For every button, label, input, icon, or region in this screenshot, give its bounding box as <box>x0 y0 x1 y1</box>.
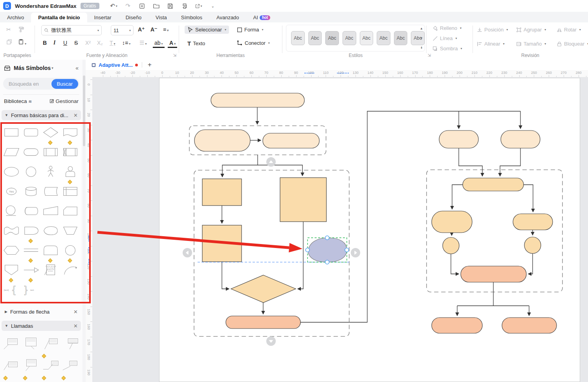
right-top-1[interactable] <box>439 130 478 148</box>
new-document-icon[interactable] <box>139 2 146 9</box>
connector-line[interactable] <box>222 262 229 289</box>
open-folder-icon[interactable] <box>153 2 160 9</box>
circle-shape-icon[interactable] <box>21 162 41 182</box>
right-top-2[interactable] <box>501 130 540 148</box>
menu-tab-avanzado[interactable]: Avanzado <box>209 13 246 22</box>
format-painter-icon[interactable] <box>16 26 26 35</box>
ellipse-shape-icon[interactable] <box>2 162 21 182</box>
right-brace-shape-icon[interactable]: }text <box>21 280 41 299</box>
connector-line[interactable] <box>500 148 520 176</box>
arch-rectangle-shape-icon[interactable] <box>41 241 60 260</box>
end-terminator-left[interactable] <box>226 316 300 329</box>
clipped-card-shape-icon[interactable] <box>60 201 80 221</box>
paste-icon[interactable]: ▾ <box>16 38 28 47</box>
lock-button[interactable]: Bloquear▾ <box>554 40 588 48</box>
decision-diamond[interactable] <box>231 275 296 303</box>
underline-icon[interactable]: U <box>62 39 69 47</box>
collate-process-shape-icon[interactable] <box>60 142 80 162</box>
right-circle-1[interactable] <box>443 237 459 254</box>
section-callouts[interactable]: ▼Llamadas✕ <box>2 321 81 331</box>
right-join[interactable] <box>461 266 526 282</box>
print-icon[interactable] <box>181 2 188 9</box>
document-tab[interactable]: Adaptive Att... <box>86 60 142 70</box>
font-dialog-launcher-icon[interactable]: ⇲ <box>173 53 176 57</box>
style-scroll-down-icon[interactable]: ▼ <box>420 37 423 40</box>
connector-line[interactable] <box>459 148 482 176</box>
preparation-hexagon-shape-icon[interactable] <box>2 241 21 260</box>
predefined-process-shape-icon[interactable] <box>41 142 60 162</box>
right-bottom-2[interactable] <box>502 318 557 333</box>
right-merge[interactable] <box>463 178 524 191</box>
subscript-icon[interactable]: X₂ <box>95 39 104 47</box>
style-gallery-scroll[interactable]: ▲ ▼ ⇟ <box>420 27 423 50</box>
rotate-button[interactable]: Rotar▾ <box>554 26 584 34</box>
font-color-icon[interactable]: A▾ <box>168 39 177 48</box>
sidebar-scrollbar[interactable] <box>82 60 86 382</box>
font-family-combo[interactable]: 微软雅黑▾ <box>41 25 102 35</box>
internal-storage-shape-icon[interactable] <box>60 182 80 201</box>
callout-line-rise-icon[interactable] <box>60 356 80 375</box>
bullet-list-icon[interactable]: ☰▾ <box>138 39 148 47</box>
parallelogram-shape-icon[interactable] <box>2 142 21 162</box>
flowchart-diagram[interactable] <box>92 77 588 382</box>
connector-line[interactable] <box>222 155 258 177</box>
selection-handle[interactable] <box>345 248 349 252</box>
library-label[interactable]: Biblioteca <box>4 98 27 104</box>
menu-tab-diseño[interactable]: Diseño <box>119 13 148 22</box>
inverted-trapezoid-shape-icon[interactable] <box>60 221 80 241</box>
style-preset-6[interactable]: Abc <box>377 31 390 45</box>
callout-text-big-icon[interactable] <box>21 356 41 375</box>
italic-icon[interactable]: I <box>52 39 57 47</box>
decrease-font-icon[interactable]: A⁻ <box>149 26 159 33</box>
fill-button[interactable]: Relleno▾ <box>430 24 464 32</box>
loop-limit-circle-shape-icon[interactable] <box>2 201 21 221</box>
collapse-panel-icon[interactable]: « <box>75 65 79 71</box>
menu-tab-ai[interactable]: AIhot <box>246 13 278 22</box>
rounded-rectangle-shape-icon[interactable] <box>21 123 41 142</box>
bold-icon[interactable]: B <box>41 39 48 47</box>
double-line-shape-icon[interactable] <box>21 241 41 260</box>
line-button[interactable]: Línea▾ <box>430 34 460 42</box>
callout-text-left-icon[interactable] <box>2 356 21 375</box>
text-align-icon[interactable]: ≡▾ <box>161 26 170 33</box>
export-icon[interactable]: ▾ <box>195 2 202 9</box>
phase-left[interactable] <box>194 130 250 151</box>
toolbar-options-icon[interactable]: ⌄ <box>209 2 216 9</box>
direct-data-shape-icon[interactable] <box>21 201 41 221</box>
section-basic-shapes[interactable]: ▼Formas básicas para di...✕ <box>2 110 81 120</box>
display-shape-icon[interactable] <box>41 221 60 241</box>
position-button[interactable]: Posición▾ <box>474 26 511 34</box>
stadium-shape-icon[interactable] <box>21 142 41 162</box>
menu-tab-vista[interactable]: Vista <box>148 13 174 22</box>
connector-line[interactable] <box>451 254 459 274</box>
copy-icon[interactable] <box>5 38 14 47</box>
right-mid-1[interactable] <box>432 211 472 233</box>
left-brace-shape-icon[interactable]: [text]{ <box>2 280 21 299</box>
style-preset-5[interactable]: Abc <box>360 31 374 45</box>
connector-tool-button[interactable]: Conector▾ <box>234 39 273 47</box>
increase-font-icon[interactable]: A⁺ <box>136 26 147 33</box>
right-mid-2[interactable] <box>513 214 553 230</box>
selected-egg-shape[interactable] <box>308 238 347 262</box>
text-block-shape-icon[interactable]: Drag the side handles to change the widt… <box>41 260 60 280</box>
redo-icon[interactable]: ↷ <box>125 2 132 9</box>
database-cylinder-shape-icon[interactable] <box>21 182 41 201</box>
drawing-canvas[interactable] <box>92 77 588 382</box>
style-preset-1[interactable]: Abc <box>291 31 305 45</box>
connector-line[interactable] <box>528 253 533 274</box>
font-size-combo[interactable]: 11▾ <box>111 25 134 35</box>
start-terminator[interactable] <box>211 93 304 107</box>
menu-tab-insertar[interactable]: Insertar <box>87 13 119 22</box>
group-button[interactable]: Agrupar▾ <box>513 26 549 34</box>
style-preset-7[interactable]: Abc <box>394 31 408 45</box>
diamond-shape-icon[interactable] <box>41 123 60 142</box>
connector-line[interactable] <box>300 111 520 322</box>
menu-tab-archivo[interactable]: Archivo <box>0 13 31 22</box>
manual-operation-shape-icon[interactable] <box>41 201 60 221</box>
line-spacing-icon[interactable]: ↕≡▾ <box>121 39 132 47</box>
yes-oval-shape-icon[interactable]: Yes <box>2 182 21 201</box>
arc-shape-icon[interactable] <box>60 260 80 280</box>
vertical-ruler[interactable]: 0102030405060708090100110120130140150160… <box>86 77 93 382</box>
close-section-icon[interactable]: ✕ <box>73 112 78 118</box>
close-section-icon[interactable]: ✕ <box>73 309 78 315</box>
